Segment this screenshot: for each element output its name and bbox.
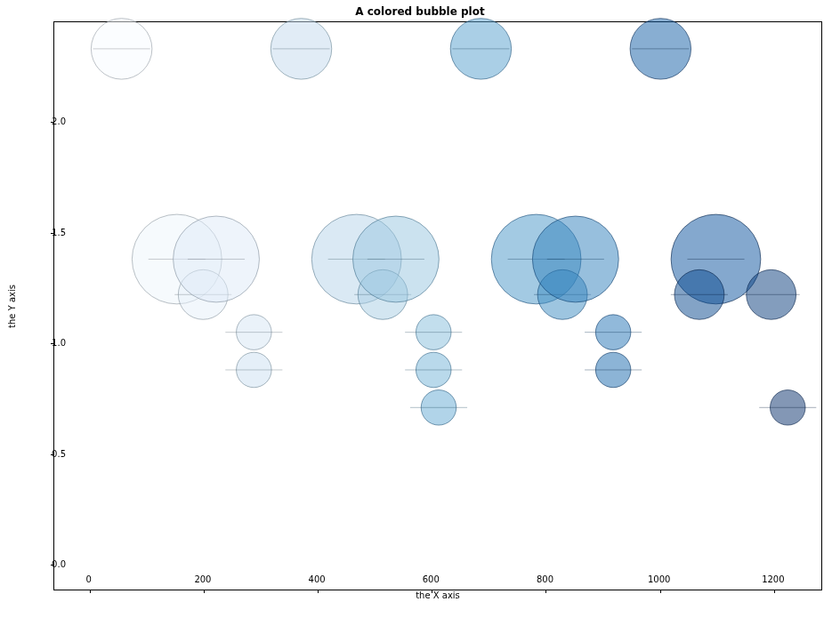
bubble bbox=[311, 214, 401, 304]
bubble bbox=[178, 269, 228, 319]
bubble bbox=[532, 216, 618, 302]
bubble bbox=[271, 19, 331, 79]
bubble-layer bbox=[54, 22, 823, 591]
bubble bbox=[132, 214, 222, 304]
x-tick-label: 200 bbox=[194, 574, 211, 584]
bubble bbox=[416, 352, 451, 388]
bubble bbox=[358, 269, 408, 319]
bubble bbox=[595, 315, 631, 350]
bubble bbox=[770, 390, 805, 426]
bubble bbox=[416, 315, 451, 350]
x-tick-label: 0 bbox=[86, 574, 92, 584]
x-tick-label: 400 bbox=[309, 574, 326, 584]
y-axis-label: the Y axis bbox=[5, 21, 18, 590]
bubble bbox=[747, 269, 796, 319]
bubble bbox=[421, 390, 456, 426]
y-tick-label: 2.0 bbox=[52, 116, 66, 126]
x-tick-label: 800 bbox=[537, 574, 553, 584]
bubble bbox=[237, 315, 272, 350]
plot-area bbox=[53, 21, 822, 590]
bubble bbox=[237, 352, 272, 388]
x-tick-label: 600 bbox=[423, 574, 440, 584]
x-tick-label: 1200 bbox=[762, 574, 784, 584]
bubble bbox=[537, 269, 587, 319]
bubble-chart-figure: A colored bubble plot the X axis the Y a… bbox=[0, 0, 840, 634]
bubble bbox=[595, 352, 631, 388]
y-tick-label: 1.0 bbox=[52, 338, 66, 348]
y-tick-label: 1.5 bbox=[52, 227, 66, 237]
y-tick-label: 0.0 bbox=[52, 559, 66, 569]
bubble bbox=[674, 269, 724, 319]
bubble bbox=[91, 19, 151, 79]
bubble bbox=[353, 216, 440, 302]
bubble bbox=[174, 216, 260, 302]
chart-title: A colored bubble plot bbox=[0, 5, 840, 18]
bubble bbox=[450, 19, 511, 79]
x-axis-label: the X axis bbox=[53, 590, 822, 600]
y-tick-label: 0.5 bbox=[52, 448, 66, 458]
bubble bbox=[630, 19, 691, 79]
bubble bbox=[491, 214, 581, 304]
x-tick-label: 1000 bbox=[648, 574, 670, 584]
bubble bbox=[671, 214, 761, 304]
